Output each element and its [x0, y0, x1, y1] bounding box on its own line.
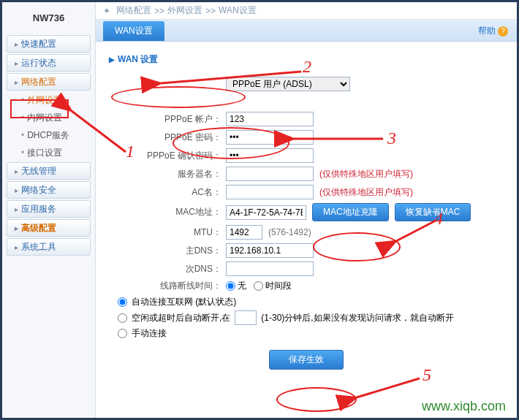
- help-label: 帮助: [478, 25, 496, 37]
- sidebar-item-wan[interactable]: •外网设置: [7, 92, 91, 108]
- mode-auto-label: 自动连接互联网 (默认状态): [132, 296, 236, 308]
- disc-none-radio[interactable]: [226, 281, 235, 291]
- ac-label: AC名：: [109, 186, 226, 199]
- ac-hint: (仅供特殊地区用户填写): [319, 186, 413, 199]
- mode-idle-suffix: (1-30)分钟后,如果没有发现访问请求，就自动断开: [261, 312, 453, 324]
- sidebar-item-label: 接口设置: [27, 147, 62, 159]
- pwd-input[interactable]: [226, 130, 314, 145]
- bullet-icon: •: [21, 95, 24, 105]
- disc-none-label: 无: [238, 280, 246, 292]
- sidebar-item-wireless[interactable]: ▸无线管理: [7, 162, 91, 180]
- dns2-label: 次DNS：: [109, 263, 226, 275]
- sidebar: NW736 ▸快速配置 ▸运行状态 ▸网络配置 •外网设置 •内网设置 •DHC…: [2, 2, 96, 418]
- sidebar-item-dhcp[interactable]: •DHCP服务: [7, 127, 91, 143]
- sidebar-item-label: 系统工具: [21, 241, 56, 253]
- server-input[interactable]: [226, 167, 314, 181]
- sidebar-item-label: 高级配置: [21, 222, 56, 234]
- chevron-right-icon: ▸: [15, 40, 18, 48]
- sidebar-item-quick[interactable]: ▸快速配置: [7, 35, 91, 53]
- breadcrumb-item: 网络配置: [116, 4, 151, 17]
- mode-idle-prefix: 空闲或超时后自动断开,在: [132, 312, 230, 324]
- sidebar-item-security[interactable]: ▸网络安全: [7, 181, 91, 199]
- sidebar-item-lan[interactable]: •内网设置: [7, 110, 91, 126]
- disc-label: 线路断线时间：: [109, 280, 226, 292]
- ac-input[interactable]: [226, 185, 314, 199]
- bullet-icon: •: [21, 112, 24, 123]
- sidebar-item-status[interactable]: ▸运行状态: [7, 54, 91, 72]
- dns1-input[interactable]: [226, 243, 314, 258]
- chevron-right-icon: ▸: [15, 224, 18, 232]
- breadcrumb-item: 外网设置: [167, 4, 202, 17]
- breadcrumb-sep: >>: [205, 6, 216, 16]
- save-button[interactable]: 保存生效: [269, 350, 344, 370]
- sidebar-item-label: 快速配置: [21, 38, 56, 50]
- sidebar-item-label: 应用服务: [21, 203, 56, 215]
- sidebar-item-label: 网络配置: [21, 76, 56, 88]
- tab-wan[interactable]: WAN设置: [103, 21, 164, 41]
- mode-auto-radio[interactable]: [118, 297, 127, 307]
- sidebar-item-label: 内网设置: [27, 112, 62, 124]
- chevron-right-icon: ▸: [15, 205, 18, 213]
- sidebar-item-label: DHCP服务: [27, 129, 69, 142]
- sidebar-item-label: 运行状态: [21, 57, 56, 69]
- triangle-icon: ▶: [109, 56, 115, 64]
- mtu-hint: (576-1492): [268, 227, 311, 237]
- server-hint: (仅供特殊地区用户填写): [319, 168, 413, 180]
- bullet-icon: •: [21, 148, 24, 158]
- brand: NW736: [2, 5, 95, 34]
- mac-clone-button[interactable]: MAC地址克隆: [312, 203, 389, 221]
- panel: ▶WAN 设置 PPPoE 用户 (ADSL) PPPoE 帐户： PPPoE …: [96, 42, 517, 378]
- server-label: 服务器名：: [109, 168, 226, 180]
- disc-period-radio[interactable]: [254, 281, 263, 291]
- conn-type-select[interactable]: PPPoE 用户 (ADSL): [226, 77, 350, 91]
- chevron-right-icon: ▸: [15, 186, 18, 194]
- chevron-right-icon: ▸: [15, 59, 18, 67]
- sidebar-item-system[interactable]: ▸系统工具: [7, 238, 91, 256]
- mac-label: MAC地址：: [109, 206, 226, 218]
- mac-restore-button[interactable]: 恢复缺省MAC: [395, 203, 471, 221]
- section-title: ▶WAN 设置: [109, 50, 504, 73]
- main: ✦ 网络配置 >> 外网设置 >> WAN设置 WAN设置 帮助 ? ▶WAN …: [96, 2, 517, 418]
- tabbar: WAN设置 帮助 ?: [96, 20, 517, 42]
- pwd-label: PPPoE 密码：: [109, 131, 226, 144]
- sidebar-item-port[interactable]: •接口设置: [7, 145, 91, 161]
- bullet-icon: •: [21, 130, 24, 140]
- breadcrumb-sep: >>: [154, 6, 164, 16]
- breadcrumb: ✦ 网络配置 >> 外网设置 >> WAN设置: [96, 2, 517, 20]
- sidebar-item-network[interactable]: ▸网络配置: [7, 73, 91, 91]
- pwd2-input[interactable]: [226, 148, 314, 163]
- dns1-label: 主DNS：: [109, 245, 226, 257]
- dns2-input[interactable]: [226, 261, 314, 276]
- help-icon: ?: [498, 26, 508, 37]
- account-label: PPPoE 帐户：: [109, 113, 226, 126]
- mac-input[interactable]: [226, 205, 306, 220]
- gear-icon: ✦: [103, 6, 113, 16]
- sidebar-item-advanced[interactable]: ▸高级配置: [7, 219, 91, 237]
- mode-manual-radio[interactable]: [118, 329, 127, 338]
- sidebar-item-label: 无线管理: [21, 165, 56, 177]
- chevron-right-icon: ▸: [15, 243, 18, 251]
- chevron-right-icon: ▸: [15, 167, 18, 175]
- breadcrumb-item: WAN设置: [219, 4, 257, 17]
- watermark: www.xiqb.com: [422, 399, 506, 414]
- chevron-right-icon: ▸: [15, 78, 18, 86]
- help-link[interactable]: 帮助 ?: [478, 25, 508, 37]
- idle-minutes-input[interactable]: [235, 310, 257, 325]
- sidebar-item-app[interactable]: ▸应用服务: [7, 200, 91, 218]
- disc-period-label: 时间段: [265, 280, 292, 292]
- sidebar-item-label: 外网设置: [27, 94, 62, 107]
- mtu-label: MTU：: [109, 226, 226, 239]
- mode-manual-label: 手动连接: [132, 327, 167, 340]
- mode-idle-radio[interactable]: [118, 313, 127, 323]
- account-input[interactable]: [226, 112, 314, 126]
- pwd2-label: PPPoE 确认密码：: [109, 150, 226, 162]
- sidebar-item-label: 网络安全: [21, 184, 56, 196]
- mtu-input[interactable]: [226, 225, 262, 240]
